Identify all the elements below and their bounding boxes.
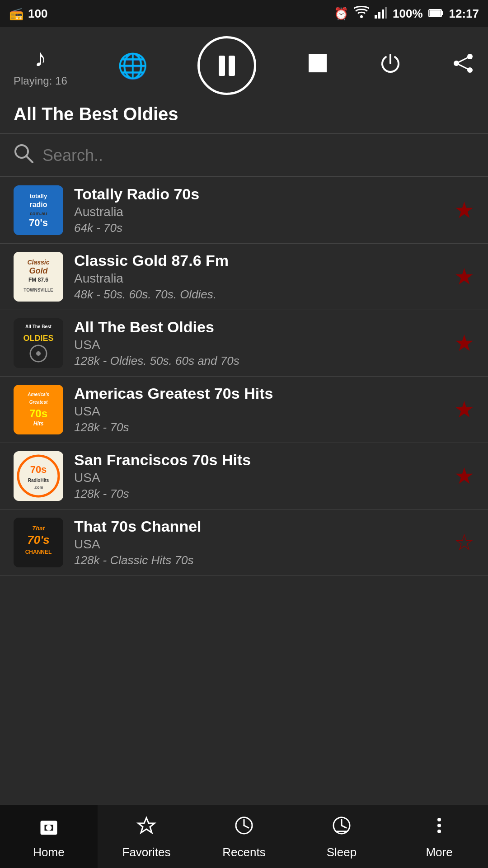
svg-text:Greatest: Greatest	[29, 400, 48, 405]
wifi-icon	[354, 6, 369, 22]
svg-text:70s: 70s	[30, 464, 47, 475]
svg-text:RadioHits: RadioHits	[28, 478, 49, 483]
bottom-nav: Home Favorites Recents Slee	[0, 805, 488, 868]
more-nav-icon	[428, 814, 450, 842]
svg-text:70's: 70's	[27, 533, 50, 547]
station-logo: That 70's CHANNEL	[14, 518, 63, 567]
pause-icon	[219, 56, 235, 76]
alarm-icon: ⏰	[334, 7, 348, 21]
station-logo: 70s RadioHits .com	[14, 451, 63, 501]
sleep-nav-icon	[330, 814, 353, 842]
station-item[interactable]: totally radio com.au 70's Totally Radio …	[0, 177, 488, 244]
nav-item-more[interactable]: More	[390, 814, 488, 859]
status-bar: 📻 100 ⏰ 100%	[0, 0, 488, 27]
station-info: All The Best Oldies USA 128k - Oldies. 5…	[74, 318, 443, 368]
pause-button[interactable]	[197, 36, 256, 95]
favorite-star[interactable]: ★	[454, 330, 474, 356]
svg-line-15	[26, 156, 33, 162]
globe-icon[interactable]: 🌐	[117, 52, 148, 80]
svg-marker-48	[138, 818, 155, 833]
station-info: Totally Radio 70s Australia 64k - 70s	[74, 185, 443, 235]
recents-nav-icon	[233, 814, 255, 842]
station-country: USA	[74, 537, 443, 552]
main-content: ♪ Playing: 16 🌐	[0, 27, 488, 805]
nav-item-favorites[interactable]: Favorites	[98, 814, 195, 859]
search-icon	[14, 143, 33, 167]
station-name: San Franciscos 70s Hits	[74, 451, 443, 469]
svg-text:America's: America's	[27, 392, 49, 397]
signal-bars-icon	[375, 6, 387, 22]
music-icon[interactable]: ♪	[34, 44, 47, 72]
svg-text:All The Best: All The Best	[25, 324, 52, 329]
station-country: USA	[74, 338, 443, 352]
station-info: That 70s Channel USA 128k - Classic Hits…	[74, 518, 443, 567]
svg-rect-36	[14, 451, 63, 501]
station-item[interactable]: 70s RadioHits .com San Franciscos 70s Hi…	[0, 443, 488, 509]
svg-text:Hits: Hits	[33, 420, 44, 427]
svg-point-58	[437, 830, 441, 833]
power-button[interactable]	[379, 52, 402, 79]
svg-text:TOWNSVILLE: TOWNSVILLE	[23, 288, 53, 292]
station-list: totally radio com.au 70's Totally Radio …	[0, 177, 488, 805]
pause-bar-left	[219, 56, 225, 76]
favorite-star[interactable]: ★	[454, 396, 474, 423]
favorite-star[interactable]: ★	[454, 264, 474, 290]
svg-rect-2	[378, 12, 380, 19]
signal-number: 100	[28, 7, 47, 21]
station-bitrate: 48k - 50s. 60s. 70s. Oldies.	[74, 288, 443, 302]
svg-line-12	[456, 57, 470, 63]
app-icon: 📻	[9, 7, 23, 21]
station-logo: totally radio com.au 70's	[14, 185, 63, 235]
station-name: Totally Radio 70s	[74, 185, 443, 203]
status-left: 📻 100	[9, 7, 47, 21]
station-country: Australia	[74, 205, 443, 219]
nav-item-sleep[interactable]: Sleep	[293, 814, 390, 859]
svg-text:.com: .com	[33, 485, 43, 490]
svg-text:That: That	[32, 525, 45, 532]
now-playing-title: All The Best Oldies	[0, 99, 488, 133]
svg-text:CHANNEL: CHANNEL	[25, 549, 52, 555]
station-logo: Classic Gold FM 87.6 TOWNSVILLE	[14, 252, 63, 302]
svg-point-47	[47, 826, 51, 830]
favorites-nav-label: Favorites	[122, 845, 171, 859]
svg-point-0	[360, 15, 363, 18]
station-name: Americas Greatest 70s Hits	[74, 385, 443, 402]
station-info: Classic Gold 87.6 Fm Australia 48k - 50s…	[74, 252, 443, 302]
favorite-star[interactable]: ☆	[454, 529, 474, 556]
playing-text: Playing: 16	[14, 75, 67, 87]
station-bitrate: 64k - 70s	[74, 221, 443, 235]
stop-button[interactable]	[306, 52, 329, 79]
home-nav-label: Home	[33, 845, 64, 859]
station-item[interactable]: That 70's CHANNEL That 70s Channel USA 1…	[0, 509, 488, 576]
battery-icon	[428, 7, 444, 21]
nav-item-home[interactable]: Home	[0, 805, 98, 868]
home-nav-icon	[38, 814, 60, 842]
station-info: Americas Greatest 70s Hits USA 128k - 70…	[74, 385, 443, 434]
station-country: USA	[74, 471, 443, 485]
svg-line-13	[456, 63, 470, 70]
favorite-star[interactable]: ★	[454, 197, 474, 223]
svg-rect-8	[309, 54, 327, 72]
recents-nav-label: Recents	[222, 845, 265, 859]
svg-text:radio: radio	[29, 201, 47, 208]
station-bitrate: 128k - 70s	[74, 420, 443, 434]
favorite-star[interactable]: ★	[454, 463, 474, 489]
svg-line-51	[244, 826, 249, 828]
nav-item-recents[interactable]: Recents	[195, 814, 293, 859]
svg-text:70s: 70s	[29, 407, 47, 420]
pause-bar-right	[229, 56, 235, 76]
current-station-title: All The Best Oldies	[14, 104, 474, 124]
search-input[interactable]	[42, 146, 474, 165]
station-item[interactable]: Classic Gold FM 87.6 TOWNSVILLE Classic …	[0, 244, 488, 310]
station-name: That 70s Channel	[74, 518, 443, 535]
share-button[interactable]	[452, 52, 474, 79]
station-info: San Franciscos 70s Hits USA 128k - 70s	[74, 451, 443, 501]
svg-rect-7	[429, 10, 441, 16]
svg-rect-3	[382, 9, 384, 19]
station-name: Classic Gold 87.6 Fm	[74, 252, 443, 269]
station-item[interactable]: All The Best OLDIES All The Best Oldies …	[0, 310, 488, 377]
station-item[interactable]: America's Greatest 70s Hits Americas Gre…	[0, 377, 488, 443]
svg-rect-1	[375, 15, 377, 19]
svg-rect-4	[385, 7, 387, 19]
station-bitrate: 128k - Classic Hits 70s	[74, 553, 443, 567]
